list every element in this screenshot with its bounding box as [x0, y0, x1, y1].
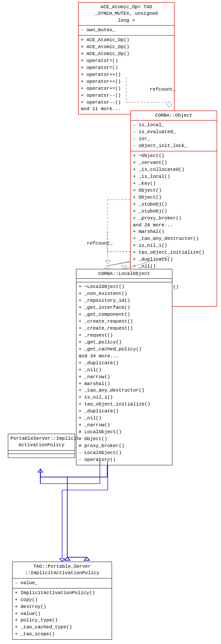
portable-server-empty1	[8, 451, 75, 454]
tao-portable-fields: - value_	[13, 579, 112, 588]
svg-marker-36	[59, 559, 65, 562]
corba-local-box: CORBA::LocalObject + ~LocalObject() + _n…	[76, 269, 172, 465]
tao-portable-box: TAO::Portable_Server ::ImplicitActivatio…	[12, 562, 112, 640]
corba-object-title: CORBA::Object	[131, 111, 217, 121]
svg-marker-25	[105, 261, 110, 264]
corba-local-title: CORBA::LocalObject	[76, 269, 172, 279]
corba-object-fields: - is_local_ - is_evaluated_ - ior_ - obj…	[131, 121, 217, 151]
refcount-label-top: refcount_	[150, 87, 175, 92]
ace-atomic-box: ACE_Atomic_Op< TAO _SYNCH_MUTEX, unsigne…	[78, 2, 175, 114]
portable-server-title: PortableServer::Implicit ActivationPolic…	[8, 434, 75, 451]
ace-atomic-fields: - own_mutex_	[79, 26, 174, 36]
svg-marker-31	[38, 469, 43, 472]
corba-local-methods: + ~LocalObject() + _non_existent() + _re…	[76, 282, 172, 464]
svg-marker-10	[105, 266, 110, 269]
corba-local-empty	[76, 279, 172, 282]
svg-marker-27	[122, 266, 127, 269]
ace-field-1: - own_mutex_	[81, 27, 172, 34]
tao-portable-title: TAO::Portable_Server ::ImplicitActivatio…	[13, 562, 112, 579]
refcount-label-mid: refcount_	[87, 241, 112, 246]
tao-portable-methods: + ImplicitActivationPolicy() + copy() + …	[13, 588, 112, 640]
ace-atomic-title: ACE_Atomic_Op< TAO _SYNCH_MUTEX, unsigne…	[79, 3, 174, 26]
svg-marker-15	[84, 557, 89, 560]
svg-marker-18	[65, 557, 70, 560]
portable-server-box: PortableServer::Implicit ActivationPolic…	[8, 434, 75, 458]
diagram: ACE_Atomic_Op< TAO _SYNCH_MUTEX, unsigne…	[0, 0, 221, 644]
ace-atomic-methods: + ACE_Atomic_Op() + ACE_Atomic_Op() + AC…	[79, 36, 174, 114]
portable-server-empty2	[8, 454, 75, 458]
